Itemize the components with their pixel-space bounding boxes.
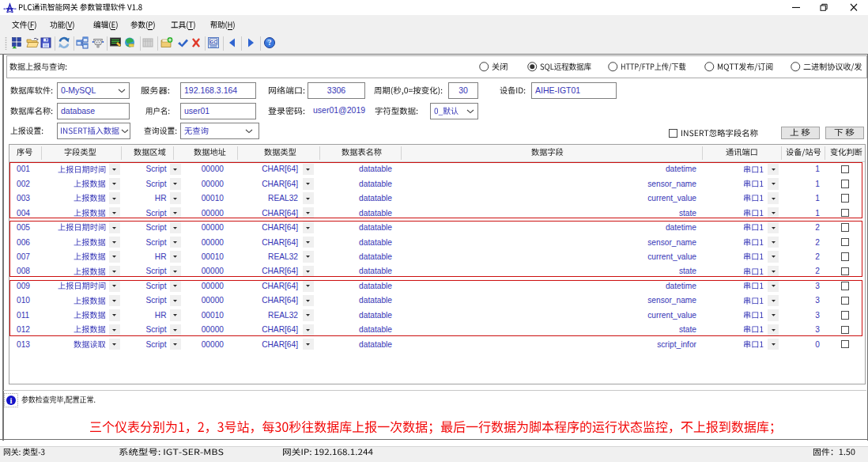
svg-text:?: ? bbox=[267, 39, 271, 47]
svg-text:GC: GC bbox=[210, 40, 218, 44]
svg-text:i: i bbox=[10, 396, 13, 404]
